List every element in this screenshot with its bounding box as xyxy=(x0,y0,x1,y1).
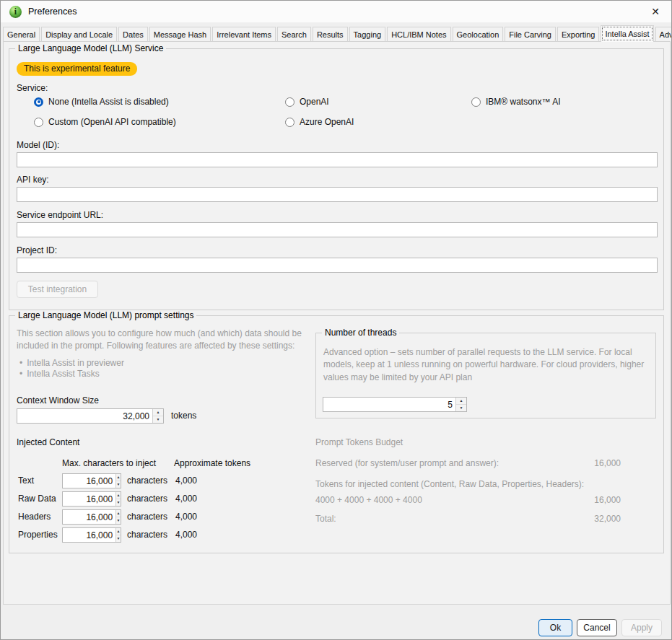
prompt-settings-group-title: Large Language Model (LLM) prompt settin… xyxy=(15,310,196,320)
radio-icon xyxy=(34,97,43,107)
tokens-unit-label: tokens xyxy=(171,411,196,421)
budget-total-value: 32,000 xyxy=(577,514,621,524)
preferences-dialog: i Preferences ✕ General Display and Loca… xyxy=(0,0,672,640)
service-label: Service: xyxy=(17,83,48,93)
radio-icon xyxy=(34,118,43,127)
radio-icon xyxy=(471,97,481,107)
prompt-tokens-budget-title: Prompt Tokens Budget xyxy=(315,437,403,447)
col-header-approximate-tokens: Approximate tokens xyxy=(174,458,250,468)
headers-tokens-value: 4,000 xyxy=(175,512,197,522)
headers-chars-stepper xyxy=(62,509,121,525)
threads-stepper xyxy=(323,397,467,412)
intella-app-icon: i xyxy=(9,6,22,18)
text-chars-stepper xyxy=(62,473,121,488)
tab-general[interactable]: General xyxy=(3,27,40,42)
tab-intella-assist[interactable]: Intella Assist xyxy=(601,25,653,42)
radio-icon xyxy=(285,97,294,107)
prompt-settings-description: This section allows you to configure how… xyxy=(17,328,321,353)
row-label-properties: Properties xyxy=(18,530,58,540)
tab-advanced[interactable]: Advanced xyxy=(655,27,672,42)
radio-service-none[interactable]: None (Intella Assist is disabled) xyxy=(34,97,169,107)
budget-injected-label: Tokens for injected content (Content, Ra… xyxy=(315,479,584,489)
tab-message-hash[interactable]: Message Hash xyxy=(149,27,211,42)
number-of-threads-group: Number of threads Advanced option – sets… xyxy=(315,333,656,418)
tab-dates[interactable]: Dates xyxy=(118,27,148,42)
apply-button[interactable]: Apply xyxy=(621,619,662,636)
stepper-down-icon[interactable] xyxy=(153,416,163,423)
radio-icon xyxy=(285,118,294,127)
context-window-size-stepper xyxy=(17,408,164,424)
stepper-down-icon[interactable] xyxy=(116,517,121,524)
raw-data-chars-stepper xyxy=(62,491,121,507)
stepper-down-icon[interactable] xyxy=(116,535,121,542)
properties-chars-stepper xyxy=(62,527,121,543)
row-label-text: Text xyxy=(18,475,34,486)
properties-chars-input[interactable] xyxy=(63,528,115,542)
radio-service-openai[interactable]: OpenAI xyxy=(285,97,329,107)
stepper-down-icon[interactable] xyxy=(116,481,121,488)
radio-service-ibm-watsonx[interactable]: IBM® watsonx™ AI xyxy=(471,97,561,107)
budget-injected-sum: 4000 + 4000 + 4000 + 4000 xyxy=(315,495,422,505)
context-window-size-label: Context Window Size xyxy=(17,395,99,406)
headers-chars-input[interactable] xyxy=(63,510,115,524)
properties-tokens-value: 4,000 xyxy=(175,530,197,540)
cancel-button[interactable]: Cancel xyxy=(577,619,617,636)
tab-geolocation[interactable]: Geolocation xyxy=(453,27,504,42)
service-endpoint-url-label: Service endpoint URL: xyxy=(17,210,103,220)
stepper-down-icon[interactable] xyxy=(116,499,121,506)
characters-unit-label: characters xyxy=(127,475,167,486)
api-key-label: API key: xyxy=(17,175,49,185)
raw-data-tokens-value: 4,000 xyxy=(175,494,197,504)
characters-unit-label: characters xyxy=(127,512,167,522)
tab-display-and-locale[interactable]: Display and Locale xyxy=(41,27,117,42)
characters-unit-label: characters xyxy=(127,494,167,504)
model-id-label: Model (ID): xyxy=(17,140,59,150)
threads-description: Advanced option – sets number of paralle… xyxy=(323,346,647,384)
title-bar: i Preferences ✕ xyxy=(1,1,671,22)
service-endpoint-url-input[interactable] xyxy=(17,222,658,237)
llm-service-group-title: Large Language Model (LLM) Service xyxy=(15,43,166,53)
threads-input[interactable] xyxy=(323,398,455,411)
raw-data-chars-input[interactable] xyxy=(63,492,115,506)
tab-file-carving[interactable]: File Carving xyxy=(505,27,556,42)
tab-content-panel: Large Language Model (LLM) Service This … xyxy=(3,41,671,605)
model-id-input[interactable] xyxy=(17,152,658,167)
tab-hcl-ibm-notes[interactable]: HCL/IBM Notes xyxy=(387,27,450,42)
window-title: Preferences xyxy=(28,6,77,17)
stepper-up-icon[interactable] xyxy=(116,510,121,517)
stepper-up-icon[interactable] xyxy=(116,528,121,535)
characters-unit-label: characters xyxy=(127,530,167,540)
footer-bar: Ok Cancel Apply xyxy=(1,605,671,640)
test-integration-button[interactable]: Test integration xyxy=(17,281,98,298)
tab-irrelevant-items[interactable]: Irrelevant Items xyxy=(212,27,276,42)
budget-total-label: Total: xyxy=(315,514,336,524)
ok-button[interactable]: Ok xyxy=(538,619,572,636)
budget-reserved-value: 16,000 xyxy=(577,458,621,468)
tab-exporting[interactable]: Exporting xyxy=(557,27,599,42)
llm-service-group: Large Language Model (LLM) Service This … xyxy=(9,48,664,310)
tab-tagging[interactable]: Tagging xyxy=(349,27,386,42)
stepper-up-icon[interactable] xyxy=(456,398,466,405)
project-id-label: Project ID: xyxy=(17,245,57,255)
close-icon[interactable]: ✕ xyxy=(640,1,671,22)
injected-content-title: Injected Content xyxy=(17,437,79,447)
experimental-badge: This is experimental feature xyxy=(17,62,137,76)
project-id-input[interactable] xyxy=(17,258,658,273)
tab-strip: General Display and Locale Dates Message… xyxy=(3,25,669,42)
text-chars-input[interactable] xyxy=(63,474,115,488)
number-of-threads-title: Number of threads xyxy=(322,328,399,338)
text-tokens-value: 4,000 xyxy=(175,475,197,486)
tab-results[interactable]: Results xyxy=(313,27,348,42)
col-header-max-characters: Max. characters to inject xyxy=(62,458,156,468)
stepper-up-icon[interactable] xyxy=(116,474,121,481)
stepper-down-icon[interactable] xyxy=(456,405,466,411)
radio-service-azure-openai[interactable]: Azure OpenAI xyxy=(285,117,354,127)
tab-search[interactable]: Search xyxy=(277,27,311,42)
api-key-input[interactable] xyxy=(17,187,658,202)
context-window-size-input[interactable] xyxy=(17,409,152,423)
row-label-raw-data: Raw Data xyxy=(18,494,56,504)
radio-service-custom[interactable]: Custom (OpenAI API compatible) xyxy=(34,117,176,127)
stepper-up-icon[interactable] xyxy=(153,409,163,416)
llm-prompt-settings-group: Large Language Model (LLM) prompt settin… xyxy=(9,315,664,553)
stepper-up-icon[interactable] xyxy=(116,492,121,499)
